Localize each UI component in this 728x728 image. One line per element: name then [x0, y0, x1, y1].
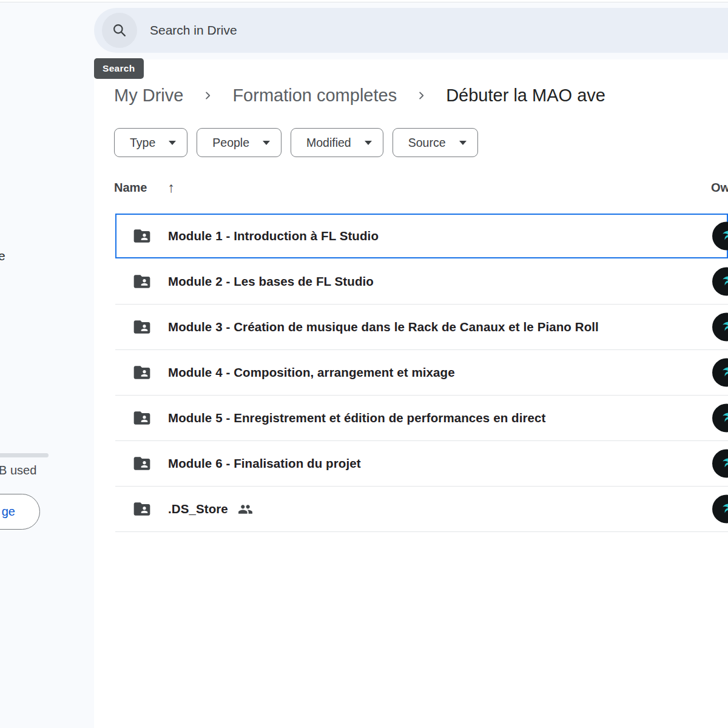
owner-avatar[interactable] — [712, 222, 728, 251]
owner-logo-bird-icon — [718, 363, 728, 382]
folder-row[interactable]: Module 3 - Création de musique dans le R… — [115, 305, 728, 350]
filter-chip-type[interactable]: Type — [114, 128, 187, 157]
shared-folder-icon — [132, 363, 152, 382]
owner-avatar[interactable] — [712, 359, 728, 387]
folder-row[interactable]: Module 4 - Composition, arrangement et m… — [115, 350, 728, 396]
owner-logo-bird-icon — [718, 318, 728, 336]
shared-people-icon — [238, 502, 253, 517]
search-icon-button[interactable] — [102, 13, 137, 48]
storage-progress-bar — [0, 453, 49, 457]
filter-chip-bar: TypePeopleModifiedSource — [114, 128, 478, 157]
owner-logo-bird-icon — [718, 454, 728, 473]
column-header-name-label: Name — [114, 181, 147, 195]
column-header-owner-partial[interactable]: Ow — [711, 181, 728, 195]
get-more-storage-label: ge — [2, 505, 15, 519]
sort-ascending-icon: ↑ — [167, 180, 175, 196]
folder-row[interactable]: Module 2 - Les bases de FL Studio — [115, 259, 728, 305]
chevron-down-icon — [263, 141, 270, 145]
owner-logo-bird-icon — [718, 500, 728, 518]
shared-folder-icon — [132, 499, 152, 519]
breadcrumb-item[interactable]: Débuter la MAO ave — [446, 86, 605, 106]
folder-row[interactable]: Module 6 - Finalisation du projet — [115, 441, 728, 487]
shared-folder-icon — [132, 408, 152, 428]
browser-edge-strip — [0, 0, 728, 2]
file-name: Module 4 - Composition, arrangement et m… — [168, 365, 455, 380]
file-name: Module 3 - Création de musique dans le R… — [168, 320, 599, 334]
chevron-down-icon — [459, 141, 467, 145]
sidebar: e B used ge — [0, 3, 94, 728]
chevron-down-icon — [169, 141, 176, 145]
file-name: Module 6 - Finalisation du projet — [168, 456, 361, 471]
filter-chip-label: Type — [130, 136, 155, 150]
list-column-headers: Name ↑ Ow — [94, 180, 728, 206]
owner-avatar[interactable] — [712, 495, 728, 524]
filter-chip-label: Source — [408, 136, 446, 150]
owner-avatar[interactable] — [712, 404, 728, 433]
chevron-down-icon — [365, 141, 372, 145]
google-drive-window: Search e B used ge My DriveFormation com… — [0, 0, 728, 728]
filter-chip-label: Modified — [306, 136, 351, 150]
owner-avatar[interactable] — [712, 313, 728, 342]
search-bar[interactable] — [94, 8, 728, 53]
filter-chip-people[interactable]: People — [197, 128, 281, 157]
search-icon — [112, 22, 127, 38]
breadcrumb-item[interactable]: Formation completes — [232, 86, 397, 106]
file-list: Module 1 - Introduction à FL Studio Modu… — [115, 214, 728, 532]
owner-avatar[interactable] — [712, 450, 728, 478]
file-name: Module 1 - Introduction à FL Studio — [168, 229, 379, 243]
file-name: Module 2 - Les bases de FL Studio — [168, 274, 374, 289]
folder-row[interactable]: Module 1 - Introduction à FL Studio — [115, 214, 728, 259]
shared-folder-icon — [132, 454, 152, 473]
filter-chip-modified[interactable]: Modified — [291, 128, 383, 157]
file-row[interactable]: .DS_Store — [115, 487, 728, 532]
filter-chip-label: People — [212, 136, 249, 150]
breadcrumb-chevron-icon — [416, 90, 427, 101]
get-more-storage-button[interactable]: ge — [0, 494, 40, 530]
search-input[interactable] — [137, 8, 728, 53]
owner-logo-bird-icon — [718, 409, 728, 427]
owner-logo-bird-icon — [718, 227, 728, 245]
file-name: .DS_Store — [168, 502, 228, 516]
storage-used-label: B used — [0, 463, 36, 477]
filter-chip-source[interactable]: Source — [393, 128, 478, 157]
column-header-name[interactable]: Name ↑ — [114, 180, 175, 196]
shared-folder-icon — [132, 317, 152, 337]
sidebar-item-partial[interactable]: e — [0, 249, 5, 263]
search-tooltip: Search — [94, 58, 144, 79]
breadcrumb: My DriveFormation completesDébuter la MA… — [114, 81, 605, 109]
owner-avatar[interactable] — [712, 268, 728, 296]
owner-logo-bird-icon — [718, 272, 728, 291]
breadcrumb-chevron-icon — [202, 90, 214, 101]
shared-folder-icon — [132, 226, 152, 246]
drive-content-panel: My DriveFormation completesDébuter la MA… — [94, 59, 728, 728]
file-name: Module 5 - Enregistrement et édition de … — [168, 411, 545, 425]
breadcrumb-item[interactable]: My Drive — [114, 86, 183, 106]
folder-row[interactable]: Module 5 - Enregistrement et édition de … — [115, 396, 728, 441]
shared-folder-icon — [132, 272, 152, 291]
